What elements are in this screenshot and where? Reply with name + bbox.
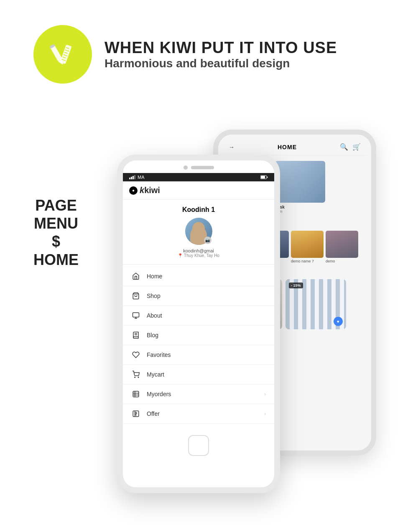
label-menu: MENU xyxy=(33,214,79,232)
product-card-2[interactable]: dask dem xyxy=(275,161,325,214)
post-item-4[interactable]: demo xyxy=(326,231,358,263)
signal-icon xyxy=(129,175,136,179)
logo-circle xyxy=(33,25,92,84)
label-page: PAGE xyxy=(33,196,79,214)
discount-badge-2: - 15% xyxy=(289,283,303,288)
menu-label-favorites: Favorites xyxy=(147,351,266,358)
menu-item-about[interactable]: About xyxy=(123,306,274,326)
location-text: Thuy Khue, Tay Ho xyxy=(184,253,219,258)
status-bar-carrier: MA xyxy=(138,175,145,180)
svg-rect-10 xyxy=(129,178,130,179)
menu-item-offer[interactable]: Offer › xyxy=(123,404,274,424)
svg-rect-11 xyxy=(131,177,132,179)
edit-avatar-button[interactable]: 📷 xyxy=(204,237,212,244)
app-header: ● kkiwi xyxy=(123,181,274,200)
phone-mockup-container: → HOME 🔍 🛒 YOURdesignHERE• • • Ut facili… xyxy=(117,130,376,493)
product-name-2: dask xyxy=(275,205,325,209)
product-name-2b: dem xyxy=(275,209,325,214)
menu-item-mycart[interactable]: Mycart xyxy=(123,365,274,384)
svg-rect-18 xyxy=(133,313,139,317)
profile-email: koodinh@gmai xyxy=(129,248,268,253)
home-nav-title: HOME xyxy=(234,144,340,150)
product-image-2 xyxy=(275,161,325,203)
front-camera xyxy=(184,165,188,170)
post-item-3[interactable]: demo name 7 xyxy=(291,231,324,263)
menu-item-home[interactable]: Home xyxy=(123,267,274,286)
phone-front: MA ● kkiwi Koodinh 1 xyxy=(117,155,280,493)
phone-speaker xyxy=(191,166,214,169)
back-arrow-icon[interactable]: → xyxy=(229,144,234,150)
heart-button-2[interactable]: ♥ xyxy=(334,317,343,326)
menu-label-mycart: Mycart xyxy=(147,371,266,378)
profile-location: 📍 Thuy Khue, Tay Ho xyxy=(129,253,268,258)
home-nav-bar: → HOME 🔍 🛒 xyxy=(218,135,371,158)
search-icon[interactable]: 🔍 xyxy=(340,143,348,151)
design-tools-icon xyxy=(46,38,79,71)
home-icon xyxy=(131,272,140,281)
shop-icon xyxy=(131,291,140,300)
svg-rect-12 xyxy=(133,176,134,179)
popular-item-2[interactable]: - 15% ♥ xyxy=(285,279,346,329)
svg-rect-16 xyxy=(267,177,268,178)
menu-label-shop: Shop xyxy=(147,293,266,299)
mycart-icon xyxy=(131,370,140,379)
svg-rect-25 xyxy=(133,391,139,397)
kiwi-brand-circle: ● xyxy=(129,186,138,195)
label-home: HOME xyxy=(33,251,79,269)
cart-nav-icon[interactable]: 🛒 xyxy=(352,143,361,151)
menu-label-blog: Blog xyxy=(147,332,266,339)
menu-label-about: About xyxy=(147,312,266,319)
left-labels: PAGE MENU $ HOME xyxy=(33,196,79,269)
battery-icon xyxy=(260,175,268,179)
svg-rect-13 xyxy=(134,175,135,179)
main-title: WHEN KIWI PUT IT INTO USE xyxy=(104,39,337,57)
menu-label-offer: Offer xyxy=(147,410,258,417)
menu-label-myorders: Myorders xyxy=(147,391,258,397)
header-text: WHEN KIWI PUT IT INTO USE Harmonious and… xyxy=(104,39,337,70)
menu-label-home: Home xyxy=(147,273,266,280)
svg-rect-3 xyxy=(60,45,72,64)
status-bar: MA xyxy=(123,173,274,181)
main-subtitle: Harmonious and beautiful design xyxy=(104,57,337,70)
post-name-3: demo name 7 xyxy=(291,259,324,263)
blog-icon xyxy=(131,331,140,340)
offer-icon xyxy=(131,409,140,418)
kiwi-logo: kkiwi xyxy=(140,186,160,195)
svg-point-24 xyxy=(138,377,139,378)
menu-item-shop[interactable]: Shop xyxy=(123,286,274,306)
profile-name: Koodinh 1 xyxy=(129,206,268,214)
post-name-4: demo xyxy=(326,259,358,263)
myorders-arrow: › xyxy=(264,391,266,397)
heart-icon xyxy=(131,350,140,359)
home-button-area xyxy=(123,426,274,462)
svg-rect-15 xyxy=(261,176,265,178)
location-pin-icon: 📍 xyxy=(178,253,183,258)
svg-point-23 xyxy=(135,377,135,378)
home-nav-icons: 🔍 🛒 xyxy=(340,143,361,151)
label-dollar: $ xyxy=(33,232,79,250)
menu-item-favorites[interactable]: Favorites xyxy=(123,345,274,365)
orders-icon xyxy=(131,389,140,399)
menu-list: Home Shop xyxy=(123,265,274,426)
kiwi-logo-text: kkiwi xyxy=(140,186,160,195)
phone-top-bar xyxy=(123,160,274,173)
phone-home-button[interactable] xyxy=(188,435,209,456)
header-section: WHEN KIWI PUT IT INTO USE Harmonious and… xyxy=(0,0,418,100)
profile-section: Koodinh 1 📷 koodinh@gmai 📍 Thuy Khue, Ta… xyxy=(123,200,274,265)
menu-item-myorders[interactable]: Myorders › xyxy=(123,384,274,404)
menu-item-blog[interactable]: Blog xyxy=(123,326,274,345)
offer-arrow: › xyxy=(264,411,266,417)
about-icon xyxy=(131,311,140,320)
